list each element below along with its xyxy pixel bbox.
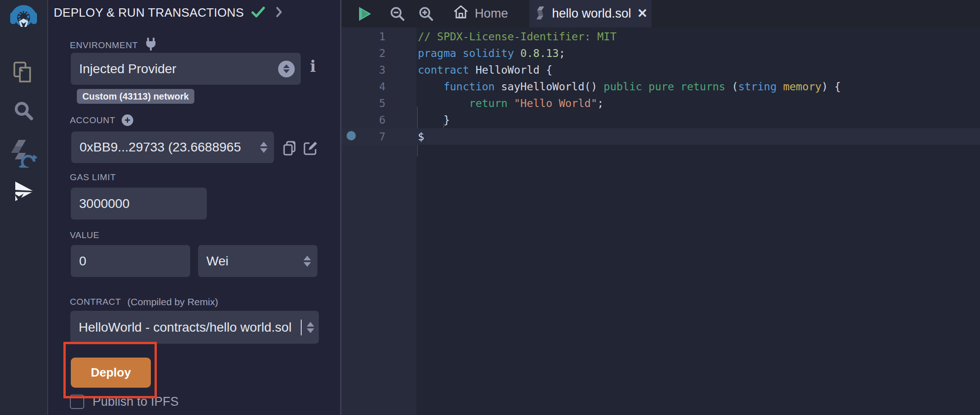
remix-ide-window: DEPLOY & RUN TRANSACTIONS ENVIRONMENT In	[0, 0, 980, 415]
activity-bar	[0, 0, 48, 415]
file-explorer-icon[interactable]	[0, 61, 47, 84]
line-number: 3	[341, 62, 385, 78]
clipped-text-edge	[301, 320, 302, 335]
home-icon	[453, 5, 469, 23]
gas-limit-label: GAS LIMIT	[70, 172, 116, 182]
contract-label: CONTRACT (Compiled by Remix)	[70, 296, 218, 308]
line-decoration-dot[interactable]	[347, 131, 356, 140]
code-line[interactable]: 2pragma solidity 0.8.13;	[341, 45, 980, 62]
stepper-arrows-icon	[304, 256, 311, 267]
line-number: 2	[341, 45, 385, 62]
value-unit-select[interactable]: Wei	[198, 245, 317, 277]
code-text: $	[385, 128, 424, 145]
network-badge: Custom (43113) network	[77, 89, 194, 104]
code-line[interactable]: 5 return "Hello World";	[341, 95, 980, 112]
run-script-icon[interactable]	[358, 0, 372, 27]
code-text: function sayHelloWorld() public pure ret…	[385, 78, 841, 95]
line-number: 1	[341, 28, 385, 45]
code-text: return "Hello World";	[385, 95, 604, 112]
code-lines: 1// SPDX-License-Identifier: MIT2pragma …	[341, 27, 980, 145]
solidity-compiler-icon[interactable]	[0, 138, 47, 168]
value-input[interactable]: 0	[71, 245, 190, 277]
search-icon[interactable]	[0, 100, 47, 121]
zoom-in-icon[interactable]	[418, 0, 434, 27]
zoom-out-icon[interactable]	[390, 0, 405, 27]
account-label: ACCOUNT +	[70, 114, 133, 126]
info-icon[interactable]: i	[310, 57, 316, 75]
deploy-run-icon[interactable]	[0, 180, 47, 203]
edit-account-icon[interactable]	[303, 141, 318, 157]
gas-limit-input[interactable]: 3000000	[71, 188, 207, 220]
annotation-highlight-box	[63, 342, 157, 398]
contract-sublabel: (Compiled by Remix)	[127, 296, 218, 308]
stepper-arrows-icon	[307, 322, 314, 333]
copy-account-icon[interactable]	[283, 140, 297, 158]
add-account-icon[interactable]: +	[122, 114, 133, 126]
contract-select[interactable]: HelloWorld - contracts/hello world.sol	[70, 311, 319, 344]
code-text: contract HelloWorld {	[385, 62, 552, 78]
remix-logo[interactable]	[0, 3, 47, 31]
value-label: VALUE	[70, 230, 99, 240]
environment-label: ENVIRONMENT	[70, 37, 157, 53]
checkmark-icon	[251, 6, 265, 20]
close-tab-icon[interactable]: ✕	[637, 7, 648, 20]
tab-label: hello world.sol	[552, 6, 631, 21]
code-text: // SPDX-License-Identifier: MIT	[385, 28, 616, 45]
code-line[interactable]: 3contract HelloWorld {	[341, 62, 980, 78]
tab-home[interactable]: Home	[447, 0, 514, 27]
stepper-arrows-icon	[260, 142, 267, 153]
code-line[interactable]: 7$	[341, 128, 980, 145]
line-number: 5	[341, 95, 385, 112]
code-text: pragma solidity 0.8.13;	[385, 45, 565, 62]
code-editor: Home hello world.sol ✕ 1// SPDX-License-…	[341, 0, 980, 415]
panel-title: DEPLOY & RUN TRANSACTIONS	[54, 6, 244, 20]
chevron-right-icon[interactable]	[275, 6, 283, 20]
deploy-run-panel: DEPLOY & RUN TRANSACTIONS ENVIRONMENT In	[48, 0, 340, 415]
code-line[interactable]: 1// SPDX-License-Identifier: MIT	[341, 28, 980, 45]
plug-icon[interactable]	[144, 37, 157, 53]
editor-tab-bar: Home hello world.sol ✕	[341, 0, 980, 27]
tab-hello-world-sol[interactable]: hello world.sol ✕	[529, 0, 651, 27]
line-number: 6	[341, 112, 385, 128]
code-line[interactable]: 6 }	[341, 112, 980, 128]
tab-label: Home	[475, 6, 508, 21]
dropdown-circle-icon	[278, 61, 295, 77]
code-text: }	[385, 112, 450, 128]
code-line[interactable]: 4 function sayHelloWorld() public pure r…	[341, 78, 980, 95]
environment-select[interactable]: Injected Provider	[71, 53, 301, 85]
line-number: 4	[341, 78, 385, 95]
solidity-file-icon	[537, 6, 546, 22]
panel-header: DEPLOY & RUN TRANSACTIONS	[54, 6, 283, 20]
account-select[interactable]: 0xBB9...29733 (23.6688965	[71, 132, 274, 163]
